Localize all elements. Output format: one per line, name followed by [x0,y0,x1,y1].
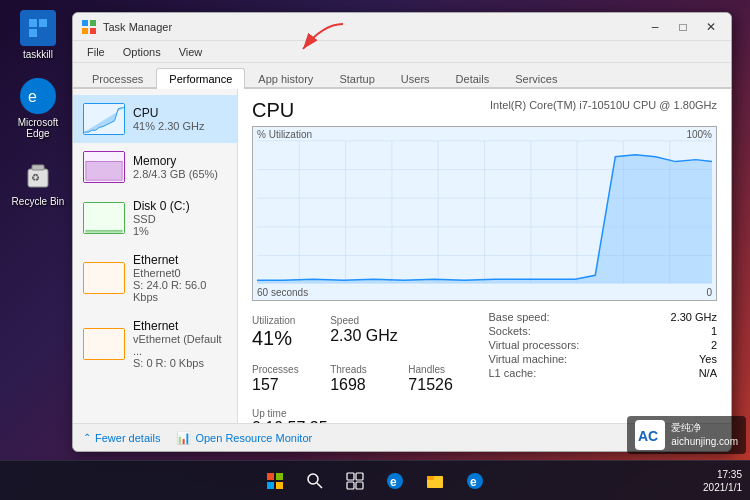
edge-taskbar-icon2[interactable]: e [457,463,493,499]
utilization-cell: Utilization 41% [252,311,324,354]
edge-label: Microsoft Edge [8,117,68,139]
speed-cell: Speed 2.30 GHz [330,311,402,354]
memory-sidebar-sub: 2.8/4.3 GB (65%) [133,168,227,180]
svg-rect-14 [86,161,122,180]
start-button[interactable] [257,463,293,499]
disk-sidebar-title: Disk 0 (C:) [133,199,227,213]
uptime-cell: Up time 0:19:57:35 [252,404,481,423]
task-manager-window: Task Manager – □ ✕ File Options View Pro… [72,12,732,452]
sidebar-item-vethernet[interactable]: Ethernet vEthernet (Default ... S: 0 R: … [73,311,237,377]
vethernet-sidebar-sub2: S: 0 R: 0 Kbps [133,357,227,369]
svg-text:e: e [470,475,477,489]
cpu-header: CPU Intel(R) Core(TM) i7-10510U CPU @ 1.… [252,99,717,122]
desktop-icon-edge[interactable]: e Microsoft Edge [8,78,68,139]
tab-services[interactable]: Services [502,68,570,89]
svg-rect-3 [39,29,47,37]
svg-rect-36 [267,473,274,480]
vethernet-sidebar-title: Ethernet [133,319,227,333]
svg-rect-42 [347,473,354,480]
vm-value: Yes [699,353,717,365]
tab-processes[interactable]: Processes [79,68,156,89]
tab-users[interactable]: Users [388,68,443,89]
menu-bar: File Options View [73,41,731,63]
svg-rect-1 [39,19,47,27]
menu-file[interactable]: File [79,44,113,60]
tab-performance[interactable]: Performance [156,68,245,89]
menu-options[interactable]: Options [115,44,169,60]
window-controls: – □ ✕ [643,18,723,36]
close-button[interactable]: ✕ [699,18,723,36]
ethernet0-sidebar-title: Ethernet [133,253,227,267]
sidebar-item-ethernet0[interactable]: Ethernet Ethernet0 S: 24.0 R: 56.0 Kbps [73,245,237,311]
right-stats: Base speed: 2.30 GHz Sockets: 1 Virtual … [489,311,718,423]
sockets-label: Sockets: [489,325,531,337]
base-speed-value: 2.30 GHz [671,311,717,323]
sockets-value: 1 [711,325,717,337]
open-resource-monitor-label: Open Resource Monitor [195,432,312,444]
minimize-button[interactable]: – [643,18,667,36]
threads-cell: Threads 1698 [330,360,402,398]
svg-rect-38 [267,482,274,489]
base-speed-row: Base speed: 2.30 GHz [489,311,718,323]
svg-text:e: e [390,475,397,489]
cpu-thumbnail [83,103,125,135]
svg-rect-49 [427,476,434,480]
taskview-icon[interactable] [337,463,373,499]
svg-text:e: e [28,88,37,105]
fewer-details-label: Fewer details [95,432,160,444]
tab-details[interactable]: Details [443,68,503,89]
sidebar: CPU 41% 2.30 GHz Memory 2.8/4.3 GB ( [73,89,238,423]
sidebar-item-disk[interactable]: Disk 0 (C:) SSD 1% [73,191,237,245]
svg-rect-8 [82,20,88,26]
svg-point-40 [308,474,318,484]
ethernet0-sidebar-sub2: S: 24.0 R: 56.0 Kbps [133,279,227,303]
tab-startup[interactable]: Startup [326,68,387,89]
sidebar-item-memory[interactable]: Memory 2.8/4.3 GB (65%) [73,143,237,191]
vethernet-info: Ethernet vEthernet (Default ... S: 0 R: … [133,319,227,369]
vm-row: Virtual machine: Yes [489,353,718,365]
svg-rect-11 [90,28,96,34]
left-stats: Utilization 41% Speed 2.30 GHz Proc [252,311,481,423]
search-taskbar-icon[interactable] [297,463,333,499]
tab-bar: Processes Performance App history Startu… [73,63,731,89]
ethernet0-info: Ethernet Ethernet0 S: 24.0 R: 56.0 Kbps [133,253,227,303]
watermark: AC 爱纯净 aichunjing.com [627,416,746,454]
vethernet-sidebar-sub1: vEthernet (Default ... [133,333,227,357]
threads-label: Threads [330,364,402,375]
taskkill-label: taskkill [23,49,53,60]
disk-thumbnail [83,202,125,234]
explorer-taskbar-icon[interactable] [417,463,453,499]
desktop-icons: taskkill e Microsoft Edge ♻ Recycle Bin [8,10,68,207]
open-resource-monitor-button[interactable]: 📊 Open Resource Monitor [176,431,312,445]
speed-label: Speed [330,315,402,326]
processes-label: Processes [252,364,324,375]
disk-info: Disk 0 (C:) SSD 1% [133,199,227,237]
tab-app-history[interactable]: App history [245,68,326,89]
vproc-value: 2 [711,339,717,351]
sidebar-item-cpu[interactable]: CPU 41% 2.30 GHz [73,95,237,143]
tm-icon [81,19,97,35]
cpu-model: Intel(R) Core(TM) i7-10510U CPU @ 1.80GH… [490,99,717,111]
svg-rect-18 [84,329,124,359]
fewer-details-button[interactable]: ⌃ Fewer details [83,432,160,444]
menu-view[interactable]: View [171,44,211,60]
clock-date: 2021/1/1 [703,481,742,494]
svg-rect-6 [32,165,44,170]
svg-rect-15 [84,203,124,233]
edge-taskbar-icon[interactable]: e [377,463,413,499]
svg-rect-45 [356,482,363,489]
cpu-info: CPU 41% 2.30 GHz [133,106,227,132]
processes-cell: Processes 157 [252,360,324,398]
svg-rect-44 [347,482,354,489]
svg-rect-2 [29,29,37,37]
watermark-logo: AC [635,420,665,450]
cpu-chart: % Utilization 100% 60 seconds 0 [252,126,717,301]
vproc-label: Virtual processors: [489,339,580,351]
uptime-label: Up time [252,408,481,419]
maximize-button[interactable]: □ [671,18,695,36]
desktop-icon-taskkill[interactable]: taskkill [8,10,68,60]
vm-label: Virtual machine: [489,353,568,365]
desktop-icon-recycle[interactable]: ♻ Recycle Bin [8,157,68,207]
threads-value: 1698 [330,375,402,394]
vethernet-thumbnail [83,328,125,360]
